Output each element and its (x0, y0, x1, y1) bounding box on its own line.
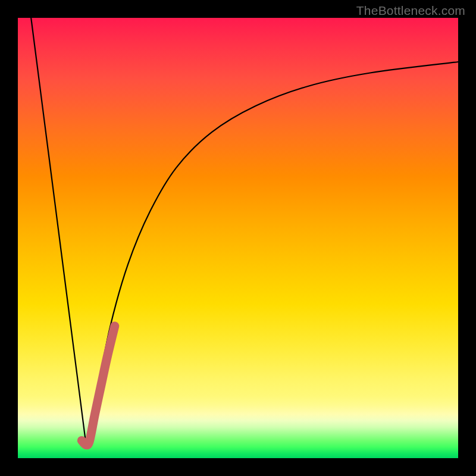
series-highlight-segment (82, 326, 115, 445)
curve-layer (18, 18, 458, 458)
series-right-asymptote (86, 62, 458, 445)
watermark-text: TheBottleneck.com (356, 4, 465, 18)
chart-frame: TheBottleneck.com (0, 0, 476, 476)
plot-area (18, 18, 458, 458)
series-left-linear-drop (31, 18, 86, 445)
